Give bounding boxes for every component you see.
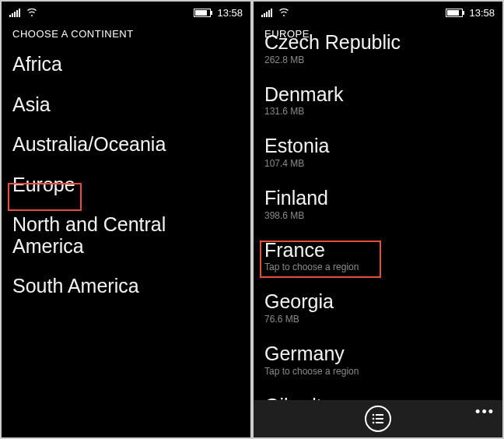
list-icon [372,413,384,424]
item-title: Finland [264,188,492,209]
svg-point-4 [373,422,375,424]
svg-rect-1 [376,414,383,416]
svg-point-0 [373,414,375,416]
item-title: Denmark [264,84,492,106]
clock: 13:58 [469,7,495,19]
list-item-africa[interactable]: Africa [12,44,240,85]
item-title: Asia [12,94,240,116]
clock: 13:58 [217,7,243,19]
item-subtitle: 398.6 MB [264,211,492,221]
list-manage-button[interactable] [365,406,391,432]
phone-right: 13:58 EUROPE Czech Republic 262.8 MB Den… [254,2,502,437]
list-item-czech-republic[interactable]: Czech Republic 262.8 MB [264,32,492,75]
svg-point-2 [373,418,375,420]
item-title: Europe [12,174,240,196]
svg-rect-5 [376,422,383,423]
continent-list: Africa Asia Australia/Oceania Europe Nor… [2,44,250,437]
app-bar: ••• [254,400,502,437]
list-item-south-america[interactable]: South America [12,266,240,307]
item-title: Georgia [264,291,492,313]
item-title: Czech Republic [264,32,492,54]
list-item-europe[interactable]: Europe [12,165,240,205]
wifi-icon [278,8,289,17]
battery-icon [446,9,463,17]
item-title: France [264,240,492,262]
list-item-georgia[interactable]: Georgia 76.6 MB [264,282,492,334]
item-subtitle: 262.8 MB [264,55,492,65]
item-subtitle: 76.6 MB [264,314,492,325]
item-subtitle: 131.6 MB [264,107,492,117]
list-item-germany[interactable]: Germany Tap to choose a region [264,334,492,386]
wifi-icon [26,8,37,17]
item-subtitle: 107.4 MB [264,159,492,169]
item-title: North and Central America [12,214,240,257]
item-subtitle: Tap to choose a region [264,262,492,272]
status-bar: 13:58 [254,2,502,20]
item-title: Australia/Oceania [12,134,240,156]
item-title: Germany [264,343,492,365]
country-list: Czech Republic 262.8 MB Denmark 131.6 MB… [254,32,502,437]
item-title: Estonia [264,135,492,157]
svg-rect-3 [376,418,383,420]
item-title: South America [12,276,240,297]
list-item-north-central-america[interactable]: North and Central America [12,205,240,266]
status-bar: 13:58 [2,2,250,20]
more-button[interactable]: ••• [475,405,495,419]
item-title: Africa [12,54,240,76]
list-item-asia[interactable]: Asia [12,85,240,125]
page-title: CHOOSE A CONTINENT [2,20,250,44]
list-item-estonia[interactable]: Estonia 107.4 MB [264,126,492,178]
phone-left: 13:58 CHOOSE A CONTINENT Africa Asia Aus… [2,2,250,437]
battery-icon [194,9,211,17]
item-subtitle: Tap to choose a region [264,367,492,377]
list-item-australia-oceania[interactable]: Australia/Oceania [12,125,240,165]
list-item-finland[interactable]: Finland 398.6 MB [264,178,492,230]
list-item-france[interactable]: France Tap to choose a region [264,230,492,283]
list-item-denmark[interactable]: Denmark 131.6 MB [264,75,492,127]
signal-icon [261,8,272,17]
signal-icon [9,8,20,17]
